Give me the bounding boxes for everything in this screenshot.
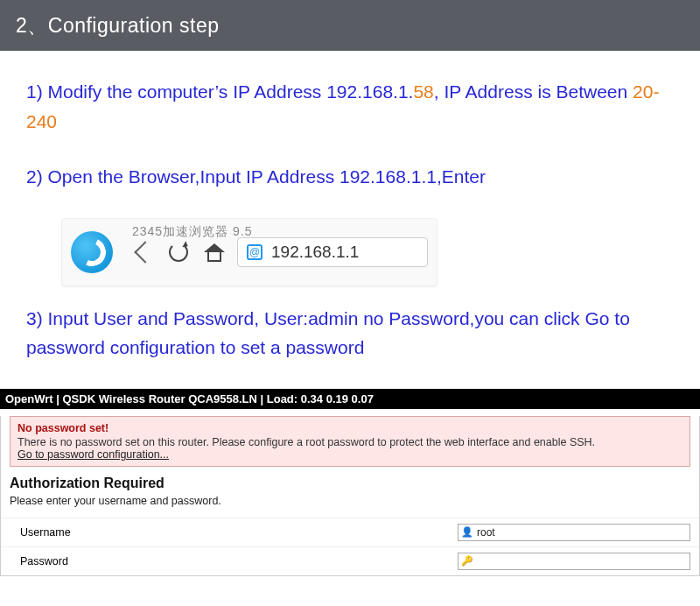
username-value: root [477, 526, 495, 539]
warning-box: No password set! There is no password se… [10, 416, 690, 467]
browser-logo-icon [71, 231, 113, 273]
user-icon: 👤 [461, 526, 473, 539]
step-1-mid: , IP Address is Between [434, 81, 633, 102]
key-icon: 🔑 [461, 555, 473, 567]
auth-subtext: Please enter your username and password. [10, 495, 690, 507]
router-top-bar: OpenWrt | QSDK Wireless Router QCA9558.L… [0, 389, 700, 409]
page-title: 2、Configuration step [16, 12, 219, 39]
address-bar[interactable]: @ 192.168.1.1 [237, 237, 428, 267]
password-row: Password 🔑 [1, 546, 699, 575]
username-input[interactable]: 👤 root [458, 524, 690, 541]
warning-text: There is no password set on this router.… [18, 436, 682, 448]
password-input[interactable]: 🔑 [458, 553, 690, 570]
home-icon[interactable] [204, 243, 221, 261]
warning-title: No password set! [18, 422, 682, 434]
step-1: 1) Modify the computer’s IP Address 192.… [26, 77, 674, 136]
auth-heading: Authorization Required [10, 476, 690, 491]
address-text: 192.168.1.1 [271, 243, 359, 262]
reload-icon[interactable] [169, 243, 188, 262]
username-label: Username [20, 526, 458, 539]
step-3-text: 3) Input User and Password, User:admin n… [26, 308, 630, 358]
page-header: 2、Configuration step [0, 0, 700, 51]
password-label: Password [20, 555, 458, 567]
browser-mock: 2345加速浏览器 9.5 @ 192.168.1.1 [61, 218, 438, 286]
router-body: No password set! There is no password se… [0, 416, 700, 576]
username-row: Username 👤 root [1, 518, 699, 546]
browser-title: 2345加速浏览器 9.5 [132, 224, 253, 240]
step-3: 3) Input User and Password, User:admin n… [26, 304, 674, 363]
site-identity-icon: @ [247, 244, 262, 260]
content-area: 1) Modify the computer’s IP Address 192.… [0, 51, 700, 363]
step-2-text: 2) Open the Browser,Input IP Address 192… [26, 166, 486, 187]
step-1-highlight-1: 58 [413, 81, 433, 102]
step-1-pre: 1) Modify the computer’s IP Address 192.… [26, 81, 413, 102]
step-2: 2) Open the Browser,Input IP Address 192… [26, 162, 674, 192]
browser-nav-icons [137, 243, 221, 262]
back-icon[interactable] [134, 241, 156, 263]
password-config-link[interactable]: Go to password configuration... [18, 448, 169, 461]
router-bar-text: OpenWrt | QSDK Wireless Router QCA9558.L… [5, 392, 374, 405]
